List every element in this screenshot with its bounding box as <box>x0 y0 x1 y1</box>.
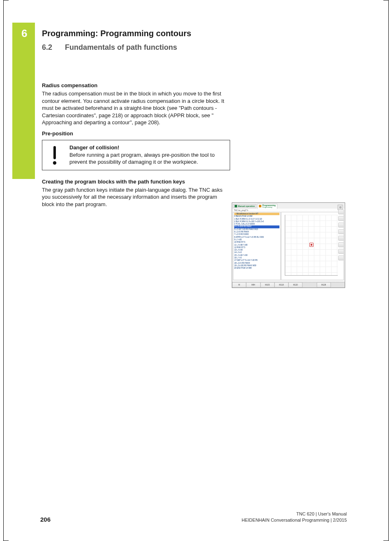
fig-topbar: Manual operation Programming Programming <box>232 203 345 209</box>
danger-callout: Danger of collision! Before running a pa… <box>42 140 230 170</box>
softkey-m94: M94 <box>246 282 260 288</box>
body-column: Radius compensation The radius compensat… <box>42 82 230 212</box>
callout-title: Danger of collision! <box>69 144 225 151</box>
chapter-title: Programming: Programming contours <box>42 29 191 38</box>
softkey-m103: M103 <box>261 282 274 288</box>
page-footer: 206 TNC 620 | User's Manual HEIDENHAIN C… <box>40 511 347 523</box>
softkey-empty-1 <box>302 282 316 288</box>
heading-creating-program-blocks: Creating the program blocks with the pat… <box>42 179 230 185</box>
tnc-screenshot: Manual operation Programming Programming… <box>232 202 345 288</box>
fig-softkey-row: M M94 M103 M118 M120 M128 <box>232 282 345 288</box>
exclamation-icon <box>52 146 58 165</box>
footer-line-2: HEIDENHAIN Conversational Programming | … <box>242 517 347 523</box>
heading-radius-compensation: Radius compensation <box>42 82 230 88</box>
softkey-m118: M118 <box>274 282 288 288</box>
chapter-sidebar <box>12 23 35 179</box>
paragraph-radius-compensation: The radius compensation must be in the b… <box>42 90 230 126</box>
tab-manual-operation: Manual operation <box>233 204 256 208</box>
page-number: 206 <box>40 516 51 523</box>
plot-marker-icon <box>309 243 314 247</box>
softkey-m120: M120 <box>288 282 302 288</box>
tab-programming: Programming Programming <box>257 204 277 209</box>
svg-rect-0 <box>53 146 56 159</box>
fig-right-buttons <box>338 209 344 260</box>
fig-path: TNC:\nc_prog\*.h <box>232 209 345 212</box>
fig-plot-panel <box>281 212 344 280</box>
heading-pre-position: Pre-position <box>42 130 230 137</box>
fig-code-panel: →Miscellaneous function M? 0 BEGIN PGM 1… <box>233 212 281 280</box>
callout-body: Before running a part program, always pr… <box>69 151 225 166</box>
softkey-m128: M128 <box>317 282 331 288</box>
softkey-m: M <box>232 282 246 288</box>
section-number: 6.2 <box>42 43 52 52</box>
section-title: Fundamentals of path functions <box>65 43 177 52</box>
chapter-number: 6 <box>21 27 27 40</box>
footer-line-1: TNC 620 | User's Manual <box>242 511 347 517</box>
softkey-empty-2 <box>331 282 345 288</box>
svg-point-1 <box>53 161 56 165</box>
paragraph-creating-program-blocks: The gray path function keys initiate the… <box>42 186 230 208</box>
